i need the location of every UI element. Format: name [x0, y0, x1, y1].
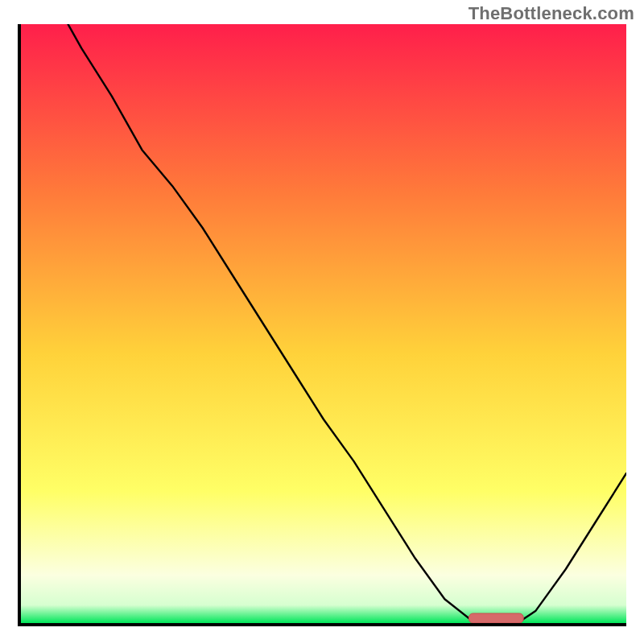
chart-frame: TheBottleneck.com: [0, 0, 644, 644]
plot-inner: [21, 24, 626, 623]
optimal-range-marker: [469, 613, 524, 623]
chart-svg: [21, 24, 626, 623]
plot-area: [18, 24, 626, 626]
gradient-background: [21, 24, 626, 623]
watermark-text: TheBottleneck.com: [469, 3, 634, 24]
